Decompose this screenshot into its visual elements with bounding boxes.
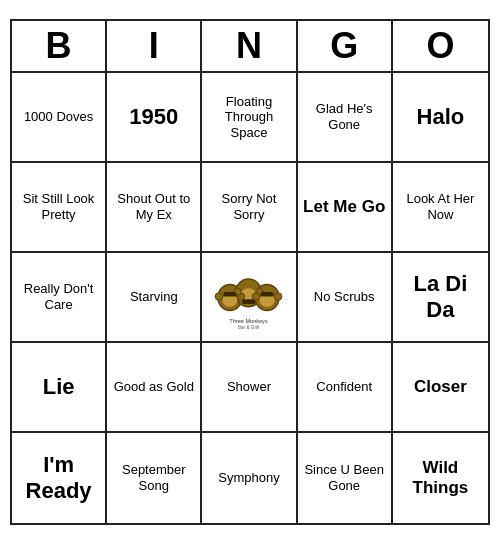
header-letter-o: O	[393, 21, 488, 71]
svg-rect-13	[242, 299, 255, 304]
bingo-cell-6: Shout Out to My Ex	[107, 163, 202, 253]
svg-rect-14	[261, 291, 274, 296]
bingo-cell-13: No Scrubs	[298, 253, 393, 343]
bingo-cell-21: September Song	[107, 433, 202, 523]
svg-text:Three Monkeys: Three Monkeys	[230, 317, 269, 323]
bingo-cell-10: Really Don't Care	[12, 253, 107, 343]
header-letter-b: B	[12, 21, 107, 71]
bingo-cell-22: Symphony	[202, 433, 297, 523]
bingo-cell-8: Let Me Go	[298, 163, 393, 253]
bingo-cell-20: I'm Ready	[12, 433, 107, 523]
bingo-cell-1: 1950	[107, 73, 202, 163]
header-letter-g: G	[298, 21, 393, 71]
svg-text:Bar & Grill: Bar & Grill	[238, 325, 259, 330]
header-letter-i: I	[107, 21, 202, 71]
svg-point-10	[253, 292, 260, 299]
bingo-cell-16: Good as Gold	[107, 343, 202, 433]
bingo-cell-11: Starving	[107, 253, 202, 343]
bingo-cell-18: Confident	[298, 343, 393, 433]
bingo-cell-7: Sorry Not Sorry	[202, 163, 297, 253]
svg-point-11	[275, 292, 282, 299]
bingo-grid: 1000 Doves1950Floating Through SpaceGlad…	[12, 73, 488, 523]
bingo-cell-12: Three Monkeys Bar & Grill	[202, 253, 297, 343]
bingo-header: BINGO	[12, 21, 488, 73]
bingo-cell-3: Glad He's Gone	[298, 73, 393, 163]
bingo-cell-14: La Di Da	[393, 253, 488, 343]
bingo-cell-15: Lie	[12, 343, 107, 433]
bingo-cell-4: Halo	[393, 73, 488, 163]
bingo-cell-24: Wild Things	[393, 433, 488, 523]
header-letter-n: N	[202, 21, 297, 71]
bingo-cell-5: Sit Still Look Pretty	[12, 163, 107, 253]
bingo-cell-9: Look At Her Now	[393, 163, 488, 253]
svg-rect-12	[224, 291, 237, 296]
bingo-card: BINGO 1000 Doves1950Floating Through Spa…	[10, 19, 490, 525]
bingo-cell-17: Shower	[202, 343, 297, 433]
bingo-cell-0: 1000 Doves	[12, 73, 107, 163]
bingo-cell-19: Closer	[393, 343, 488, 433]
bingo-cell-2: Floating Through Space	[202, 73, 297, 163]
bingo-cell-23: Since U Been Gone	[298, 433, 393, 523]
svg-point-6	[216, 292, 223, 299]
